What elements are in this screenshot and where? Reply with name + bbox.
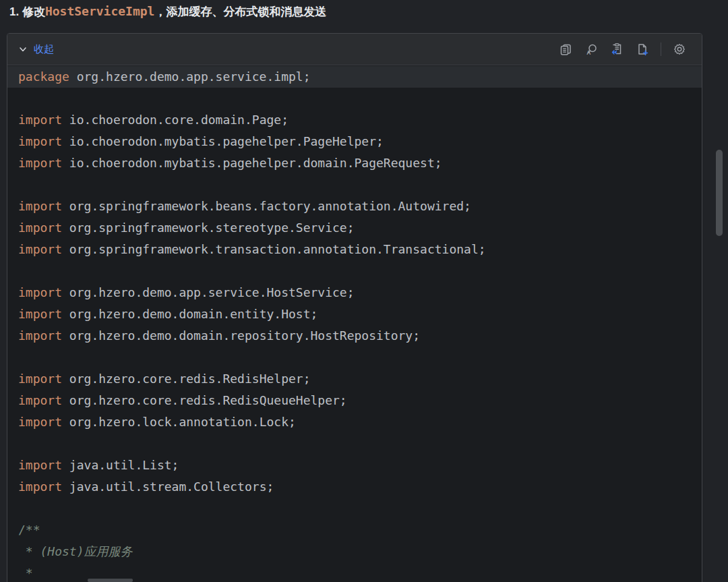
code-line: import org.springframework.stereotype.Se…: [7, 217, 702, 239]
code-panel: 收起 A: [7, 33, 702, 582]
search-icon: A: [584, 42, 599, 57]
settings-button[interactable]: [669, 39, 690, 59]
code-line: import org.springframework.transaction.a…: [7, 239, 702, 260]
page-title: 1. 修改HostServiceImpl，添加缓存、分布式锁和消息发送: [0, 0, 728, 30]
insert-at-caret-button[interactable]: [607, 39, 627, 59]
code-line: /**: [7, 519, 702, 541]
code-line: [7, 498, 702, 519]
title-inline-code: HostServiceImpl: [45, 4, 155, 18]
code-line: [7, 260, 702, 282]
code-line: import org.hzero.core.redis.RedisQueueHe…: [7, 390, 702, 411]
code-line: import io.choerodon.mybatis.pagehelper.P…: [7, 131, 702, 152]
code-line: * (Host)应用服务: [7, 541, 702, 562]
code-line: import org.hzero.demo.app.service.HostSe…: [7, 282, 702, 303]
code-toolbar: A: [555, 39, 690, 59]
collapse-button[interactable]: 收起: [18, 43, 54, 56]
code-line: [7, 433, 702, 455]
code-line: import org.hzero.demo.domain.entity.Host…: [7, 303, 702, 325]
title-prefix: 1. 修改: [9, 5, 45, 18]
gear-icon: [672, 42, 687, 57]
title-suffix: ，添加缓存、分布式锁和消息发送: [154, 5, 326, 18]
svg-text:A: A: [586, 49, 590, 55]
code-line: package org.hzero.demo.app.service.impl;: [7, 66, 702, 88]
copy-button[interactable]: [555, 39, 576, 59]
code-line: import io.choerodon.mybatis.pagehelper.d…: [7, 152, 702, 174]
code-line: import java.util.stream.Collectors;: [7, 476, 702, 498]
search-button[interactable]: A: [581, 39, 601, 59]
code-block: package org.hzero.demo.app.service.impl;…: [7, 65, 702, 582]
code-panel-header: 收起 A: [7, 34, 702, 65]
new-file-icon: [635, 42, 650, 57]
toolbar-divider: [661, 42, 661, 56]
collapse-label: 收起: [34, 43, 54, 56]
new-file-button[interactable]: [632, 39, 653, 59]
code-line: [7, 88, 702, 109]
insert-at-caret-icon: [609, 42, 624, 57]
code-line: import org.hzero.lock.annotation.Lock;: [7, 411, 702, 433]
chevron-down-icon: [18, 45, 28, 54]
copy-icon: [559, 42, 573, 57]
code-line: import org.springframework.beans.factory…: [7, 196, 702, 217]
code-line: [7, 174, 702, 196]
horizontal-scrollbar[interactable]: [88, 579, 133, 582]
code-line: import java.util.List;: [7, 455, 702, 476]
code-line: import org.hzero.demo.domain.repository.…: [7, 325, 702, 347]
code-line: import io.choerodon.core.domain.Page;: [7, 109, 702, 131]
code-line: import org.hzero.core.redis.RedisHelper;: [7, 368, 702, 390]
vertical-scrollbar[interactable]: [716, 150, 723, 236]
code-line: [7, 347, 702, 368]
